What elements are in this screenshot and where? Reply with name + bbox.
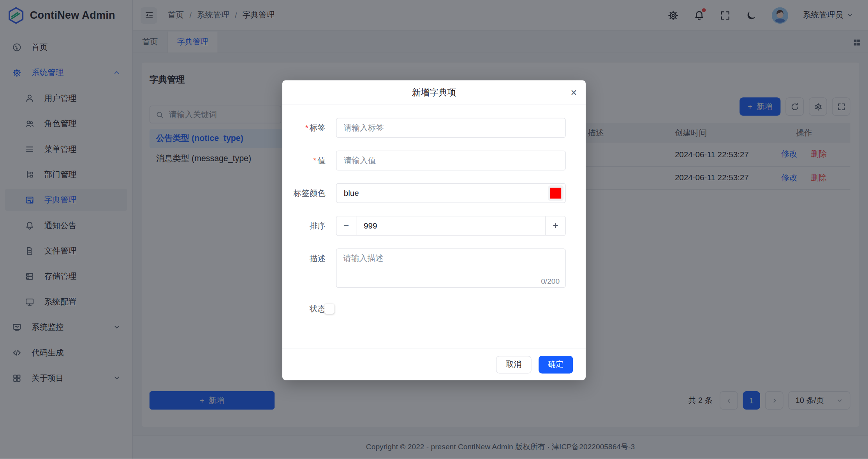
- cancel-button[interactable]: 取消: [496, 356, 532, 373]
- field-label: 标签: [310, 123, 326, 132]
- value-input[interactable]: [336, 151, 566, 171]
- stepper-minus-button[interactable]: −: [336, 216, 356, 235]
- form-row-description: 描述 0/200: [282, 248, 573, 289]
- modal-header: 新增字典项 ×: [282, 80, 586, 105]
- close-icon[interactable]: ×: [570, 80, 577, 105]
- modal-footer: 取消 确定: [282, 349, 586, 380]
- toggle-knob: [324, 304, 335, 314]
- required-mark: *: [313, 156, 316, 165]
- modal-title: 新增字典项: [412, 86, 456, 98]
- form-row-status: 状态 启用: [282, 302, 573, 315]
- field-label: 描述: [282, 248, 336, 289]
- modal-form: *标签 *值 标签颜色: [282, 105, 586, 315]
- form-row-sort: 排序 − +: [282, 216, 573, 236]
- color-picker-swatch[interactable]: [548, 185, 563, 201]
- stepper-plus-button[interactable]: +: [545, 216, 565, 235]
- label-input[interactable]: [336, 118, 566, 138]
- char-counter: 0/200: [541, 277, 560, 285]
- status-toggle-label: 启用: [341, 302, 348, 329]
- description-textarea[interactable]: [336, 248, 566, 288]
- sort-stepper: − +: [336, 216, 566, 236]
- sort-input[interactable]: [356, 216, 545, 235]
- field-label: 标签颜色: [282, 183, 336, 203]
- confirm-button[interactable]: 确定: [539, 356, 573, 373]
- form-row-value: *值: [282, 151, 573, 171]
- form-row-color: 标签颜色: [282, 183, 573, 203]
- add-dict-item-modal: 新增字典项 × *标签 *值 标签颜色: [282, 80, 586, 380]
- app-root: ContiNew Admin 首页 系统管理: [0, 0, 868, 459]
- color-swatch-red: [550, 188, 561, 199]
- label-color-input[interactable]: [336, 183, 566, 203]
- field-label: 值: [317, 156, 326, 165]
- form-row-label: *标签: [282, 118, 573, 138]
- field-label: 排序: [282, 216, 336, 236]
- required-mark: *: [305, 123, 308, 132]
